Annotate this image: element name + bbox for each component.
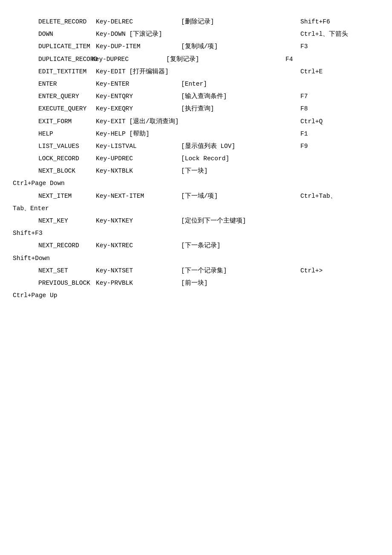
row-key: Key-PRVBLK: [96, 278, 181, 288]
row-desc: [下一域/项]: [181, 191, 300, 201]
table-row: EDIT_TEXTITEMKey-EDIT [打开编辑器]Ctrl+E: [13, 67, 379, 77]
table-row: EXECUTE_QUERYKey-EXEQRY[执行查询]F8: [13, 104, 379, 114]
row-name: NEXT_SET: [13, 266, 96, 276]
table-row: NEXT_RECORDKey-NXTREC[下一条记录]: [13, 241, 379, 251]
row-shortcut: Ctrl+Q: [300, 117, 379, 127]
table-row: DUPLICATE_RECORDKey-DUPREC[复制记录]F4: [13, 55, 379, 64]
table-row: HELPKey-HELP [帮助]F1: [13, 129, 379, 139]
table-row: DOWNKey-DOWN [下滚记录]Ctrl+l、下箭头: [13, 29, 379, 39]
row-key: Key-LISTVAL: [96, 142, 181, 151]
row-desc: [前一块]: [181, 278, 300, 288]
row-desc: [输入查询条件]: [181, 92, 300, 101]
row-name: DUPLICATE_ITEM: [13, 42, 96, 52]
row-key: Key-ENTQRY: [96, 92, 181, 101]
row-continuation: Shift+Down: [13, 254, 379, 263]
row-shortcut: Ctrl+E: [300, 67, 379, 77]
row-desc: [下一块]: [181, 166, 300, 176]
row-name: EDIT_TEXTITEM: [13, 67, 96, 77]
table-row: NEXT_ITEMKey-NEXT-ITEM[下一域/项]Ctrl+Tab、: [13, 191, 379, 201]
row-shortcut: Ctrl+l、下箭头: [300, 29, 379, 39]
table-row: EXIT_FORMKey-EXIT [退出/取消查询]Ctrl+Q: [13, 117, 379, 127]
row-shortcut: F9: [300, 142, 379, 151]
row-key: Key-HELP [帮助]: [96, 129, 181, 139]
row-name: NEXT_RECORD: [13, 241, 96, 251]
row-name: NEXT_BLOCK: [13, 166, 96, 176]
row-desc: [定位到下一个主键项]: [181, 216, 300, 226]
row-name: DELETE_RECORD: [13, 17, 96, 27]
row-desc: [Enter]: [181, 79, 300, 89]
row-name: LIST_VALUES: [13, 142, 96, 151]
row-shortcut: F8: [300, 104, 379, 114]
row-key: Key-DOWN [下滚记录]: [96, 29, 181, 39]
row-name: DOWN: [13, 29, 96, 39]
row-key: Key-ENTER: [96, 79, 181, 89]
row-continuation: Tab、Enter: [13, 204, 379, 214]
row-name: ENTER_QUERY: [13, 92, 96, 101]
row-key: Key-NXTBLK: [96, 166, 181, 176]
row-shortcut: Ctrl+Tab、: [300, 191, 379, 201]
row-key: Key-EXIT [退出/取消查询]: [96, 117, 181, 127]
row-key: Key-EDIT [打开编辑器]: [96, 67, 181, 77]
row-desc: [下一条记录]: [181, 241, 300, 251]
row-key: Key-NXTREC: [96, 241, 181, 251]
row-name: EXIT_FORM: [13, 117, 96, 127]
row-key: Key-DELREC: [96, 17, 181, 27]
row-shortcut: F7: [300, 92, 379, 101]
row-desc: [删除记录]: [181, 17, 300, 27]
row-desc: [Lock Record]: [181, 154, 300, 164]
table-row: LOCK_RECORDKey-UPDREC[Lock Record]: [13, 154, 379, 164]
table-row: NEXT_BLOCKKey-NXTBLK[下一块]: [13, 166, 379, 176]
row-shortcut: Shift+F6: [300, 17, 379, 27]
row-key: Key-NXTKEY: [96, 216, 181, 226]
row-shortcut: Ctrl+>: [300, 266, 379, 276]
row-key: Key-DUP-ITEM: [96, 42, 181, 52]
row-continuation: Ctrl+Page Down: [13, 179, 379, 188]
table-row: PREVIOUS_BLOCKKey-PRVBLK[前一块]: [13, 278, 379, 288]
table-row: NEXT_SETKey-NXTSET[下一个记录集]Ctrl+>: [13, 266, 379, 276]
row-name: HELP: [13, 129, 96, 139]
table-row: ENTERKey-ENTER[Enter]: [13, 79, 379, 89]
row-key: Key-EXEQRY: [96, 104, 181, 114]
row-desc: [执行查询]: [181, 104, 300, 114]
row-name: DUPLICATE_RECORD: [13, 55, 92, 64]
table-row: DELETE_RECORDKey-DELREC[删除记录]Shift+F6: [13, 17, 379, 27]
row-key: Key-DUPREC: [92, 55, 166, 64]
row-name: NEXT_KEY: [13, 216, 96, 226]
row-key: Key-NXTSET: [96, 266, 181, 276]
row-shortcut: F3: [300, 42, 379, 52]
table-row: LIST_VALUESKey-LISTVAL[显示值列表 LOV]F9: [13, 142, 379, 151]
row-name: LOCK_RECORD: [13, 154, 96, 164]
row-name: NEXT_ITEM: [13, 191, 96, 201]
row-key: Key-UPDREC: [96, 154, 181, 164]
row-shortcut: F4: [285, 55, 379, 64]
row-shortcut: F1: [300, 129, 379, 139]
row-desc: [下一个记录集]: [181, 266, 300, 276]
row-name: EXECUTE_QUERY: [13, 104, 96, 114]
table-row: ENTER_QUERYKey-ENTQRY[输入查询条件]F7: [13, 92, 379, 101]
row-name: ENTER: [13, 79, 96, 89]
keybinding-table: DELETE_RECORDKey-DELREC[删除记录]Shift+F6DOW…: [13, 17, 379, 301]
row-name: PREVIOUS_BLOCK: [13, 278, 96, 288]
row-desc: [复制域/项]: [181, 42, 300, 52]
row-continuation: Ctrl+Page Up: [13, 291, 379, 301]
row-continuation: Shift+F3: [13, 228, 379, 238]
row-key: Key-NEXT-ITEM: [96, 191, 181, 201]
table-row: DUPLICATE_ITEMKey-DUP-ITEM[复制域/项]F3: [13, 42, 379, 52]
table-row: NEXT_KEYKey-NXTKEY[定位到下一个主键项]: [13, 216, 379, 226]
row-desc: [复制记录]: [166, 55, 285, 64]
row-desc: [显示值列表 LOV]: [181, 142, 300, 151]
